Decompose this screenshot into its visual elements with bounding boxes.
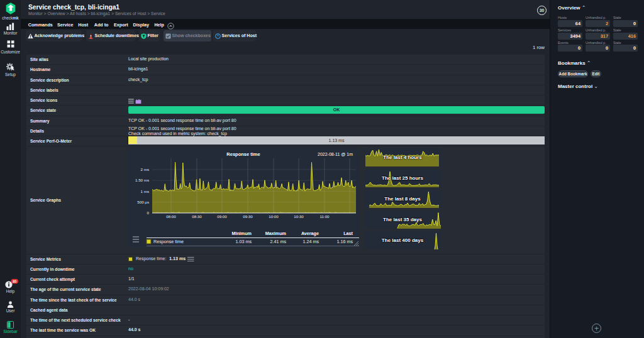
- svg-text:1 ms: 1 ms: [141, 189, 149, 194]
- svg-text:09:30: 09:30: [243, 214, 253, 219]
- svg-text:2.41 ms: 2.41 ms: [270, 239, 286, 244]
- svg-text:1.03 ms: 1.03 ms: [235, 239, 252, 244]
- svg-text:Response time: Response time: [153, 239, 184, 244]
- svg-text:0: 0: [147, 210, 150, 215]
- svg-text:11:00: 11:00: [319, 214, 330, 219]
- svg-text:85: 85: [13, 280, 16, 283]
- svg-text:10:30: 10:30: [294, 214, 304, 219]
- svg-text:1.16 ms: 1.16 ms: [336, 239, 353, 244]
- svg-text:10:00: 10:00: [269, 214, 279, 219]
- svg-text:08:00: 08:00: [166, 214, 176, 219]
- svg-text:Average: Average: [301, 231, 319, 236]
- svg-text:1.50 ms: 1.50 ms: [135, 178, 149, 183]
- svg-text:08:30: 08:30: [192, 214, 202, 219]
- svg-text:Minimum: Minimum: [231, 231, 252, 236]
- svg-text:Response time: Response time: [226, 151, 260, 157]
- svg-text:Maximum: Maximum: [265, 231, 286, 236]
- svg-text:09:00: 09:00: [217, 214, 227, 219]
- svg-text:1.24 ms: 1.24 ms: [303, 239, 319, 244]
- svg-text:2 ms: 2 ms: [141, 167, 149, 172]
- svg-text:500 µs: 500 µs: [137, 200, 149, 204]
- svg-text:Last: Last: [343, 231, 353, 236]
- svg-text:2022-08-11 @ 1m: 2022-08-11 @ 1m: [318, 152, 353, 156]
